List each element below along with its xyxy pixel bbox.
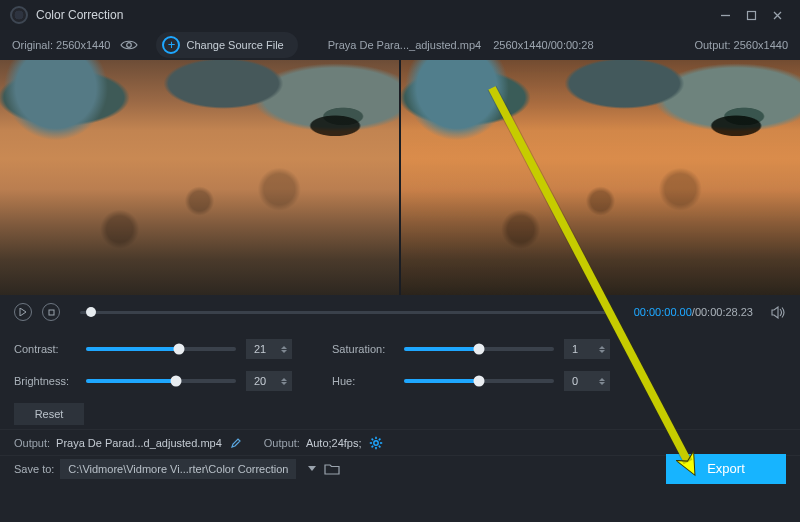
pencil-icon	[230, 437, 242, 449]
output-file-name: Praya De Parad...d_adjusted.mp4	[56, 437, 222, 449]
change-source-label: Change Source File	[186, 39, 283, 51]
maximize-icon	[746, 10, 757, 21]
contrast-stepper[interactable]	[246, 339, 292, 359]
output-format-value: Auto;24fps;	[306, 437, 362, 449]
svg-rect-0	[747, 11, 755, 19]
adjusted-preview	[399, 60, 800, 295]
svg-point-1	[127, 43, 132, 48]
source-file-name: Praya De Para..._adjusted.mp4	[328, 39, 481, 51]
export-button[interactable]: Export	[666, 454, 786, 484]
contrast-saturation-row: Contrast: Saturation:	[14, 335, 786, 363]
rename-output-button[interactable]	[228, 435, 244, 451]
save-path-value: C:\Vidmore\Vidmore Vi...rter\Color Corre…	[68, 463, 288, 475]
folder-icon	[324, 463, 340, 475]
brightness-stepper[interactable]	[246, 371, 292, 391]
brightness-down[interactable]	[281, 382, 287, 385]
volume-button[interactable]	[771, 306, 786, 319]
save-path-box[interactable]: C:\Vidmore\Vidmore Vi...rter\Color Corre…	[60, 459, 296, 479]
saturation-slider[interactable]	[404, 347, 554, 351]
contrast-slider[interactable]	[86, 347, 236, 351]
save-path-dropdown[interactable]	[308, 466, 316, 471]
svg-point-3	[373, 440, 377, 444]
brightness-up[interactable]	[281, 378, 287, 381]
original-resolution-label: Original: 2560x1440	[12, 39, 110, 51]
svg-rect-2	[49, 310, 54, 315]
playback-bar: 00:00:00.00/00:00:28.23	[0, 295, 800, 329]
play-icon	[19, 308, 27, 316]
color-controls: Contrast: Saturation: Brightness: Hue:	[0, 329, 800, 429]
preview-visibility-toggle[interactable]	[120, 39, 138, 51]
preview-area	[0, 60, 800, 295]
saturation-stepper[interactable]	[564, 339, 610, 359]
close-button[interactable]	[764, 5, 790, 25]
hue-stepper[interactable]	[564, 371, 610, 391]
saturation-down[interactable]	[599, 350, 605, 353]
brightness-hue-row: Brightness: Hue:	[14, 367, 786, 395]
current-time: 00:00:00.00	[634, 306, 692, 318]
maximize-button[interactable]	[738, 5, 764, 25]
save-row: Save to: C:\Vidmore\Vidmore Vi...rter\Co…	[0, 455, 800, 481]
open-folder-button[interactable]	[324, 461, 340, 477]
output-settings-button[interactable]	[368, 435, 384, 451]
play-button[interactable]	[14, 303, 32, 321]
hue-down[interactable]	[599, 382, 605, 385]
contrast-down[interactable]	[281, 350, 287, 353]
window-title: Color Correction	[36, 8, 123, 22]
title-bar: Color Correction	[0, 0, 800, 30]
stop-button[interactable]	[42, 303, 60, 321]
minimize-button[interactable]	[712, 5, 738, 25]
hue-up[interactable]	[599, 378, 605, 381]
close-icon	[772, 10, 783, 21]
output-format-label: Output:	[264, 437, 300, 449]
info-bar: Original: 2560x1440 + Change Source File…	[0, 30, 800, 60]
contrast-up[interactable]	[281, 346, 287, 349]
eye-icon	[120, 39, 138, 51]
progress-bar[interactable]	[80, 311, 614, 314]
output-file-label: Output:	[14, 437, 50, 449]
original-preview	[0, 60, 399, 295]
hue-slider[interactable]	[404, 379, 554, 383]
brightness-slider[interactable]	[86, 379, 236, 383]
contrast-label: Contrast:	[14, 343, 76, 355]
output-resolution-label: Output: 2560x1440	[694, 39, 788, 51]
gear-icon	[369, 436, 383, 450]
hue-label: Hue:	[332, 375, 394, 387]
volume-icon	[771, 306, 786, 319]
time-display: 00:00:00.00/00:00:28.23	[634, 306, 753, 318]
plus-circle-icon: +	[162, 36, 180, 54]
output-row: Output: Praya De Parad...d_adjusted.mp4 …	[0, 429, 800, 455]
app-logo-icon	[10, 6, 28, 24]
change-source-file-button[interactable]: + Change Source File	[156, 32, 297, 58]
saturation-up[interactable]	[599, 346, 605, 349]
reset-button[interactable]: Reset	[14, 403, 84, 425]
stop-icon	[48, 309, 55, 316]
brightness-label: Brightness:	[14, 375, 76, 387]
save-to-label: Save to:	[14, 463, 54, 475]
source-file-meta: 2560x1440/00:00:28	[493, 39, 593, 51]
total-time: 00:00:28.23	[695, 306, 753, 318]
progress-handle[interactable]	[86, 307, 96, 317]
minimize-icon	[720, 10, 731, 21]
saturation-label: Saturation:	[332, 343, 394, 355]
